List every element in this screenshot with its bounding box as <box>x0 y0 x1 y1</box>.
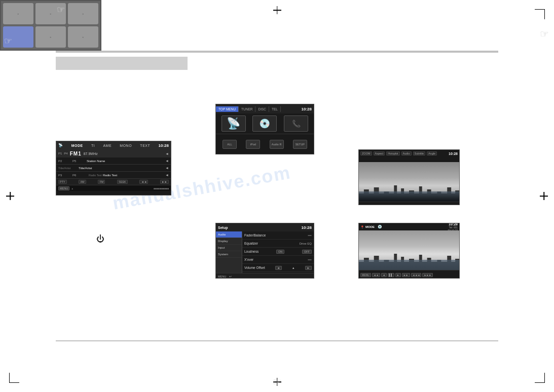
title-label <box>56 57 188 70</box>
touch-cell-2[interactable]: ▪ ☞ <box>35 3 66 24</box>
phone-icon: 📞 <box>292 120 301 128</box>
tuner-p2-row: P2 P5 Station Name ◄ <box>56 158 171 165</box>
setup-sidebar-display[interactable]: Display <box>216 238 242 245</box>
crosshair-right <box>540 192 548 200</box>
tuner-menu-btn[interactable]: MENU <box>58 186 69 190</box>
power-icon: ⏻ <box>96 234 104 244</box>
video-skipfwd-btn[interactable]: ►►► <box>422 273 433 277</box>
topmenu-tab-tuner[interactable]: TUNER <box>239 106 255 112</box>
tuner-arrow2: ◄ <box>165 166 169 170</box>
tuner-p5: P5 <box>72 160 87 163</box>
topmenu-tuner-icon-box[interactable]: 📡 <box>221 115 246 132</box>
video-play-btn[interactable]: ► <box>395 273 401 277</box>
tuner-fm-btn[interactable]: FM <box>98 180 105 184</box>
tuner-seek-btn[interactable]: SEEK <box>117 180 128 184</box>
touch-dot-5: ▪ <box>50 35 52 40</box>
video-menu-btn[interactable]: MENU <box>360 273 371 277</box>
dvd-menu-btn[interactable]: ●MENU <box>360 205 373 206</box>
setup-xover-item: X'over <box>242 256 314 264</box>
topmenu-bottom-row: ALL iPod Audio R SETUP <box>216 134 314 154</box>
tuner-title-value: Title/Artist <box>79 167 165 170</box>
disc-icon: 💿 <box>259 118 270 129</box>
dvd-audio-btn[interactable]: Audio <box>401 151 412 155</box>
video-skipback-btn[interactable]: ◄◄◄ <box>411 273 422 277</box>
dvd-topmenu-btn[interactable]: TOP MENU <box>374 205 390 206</box>
setup-menu-btn[interactable]: MENU <box>218 275 226 278</box>
topmenu-tel-icon-box[interactable]: 📞 <box>284 115 308 132</box>
crosshair-left <box>6 192 14 200</box>
tuner-am-btn[interactable]: AM <box>79 180 86 184</box>
video-mode-label: MODE <box>365 225 375 228</box>
setup-back-btn[interactable]: ↩ <box>229 275 232 278</box>
tuner-next-btn[interactable]: ►► <box>160 180 169 184</box>
topmenu-setup-btn[interactable]: SETUP <box>293 140 307 149</box>
tuner-station-name: Station Name <box>87 160 165 163</box>
setup-fader-item: Fader/Balance <box>242 231 314 240</box>
bottom-bar <box>56 340 498 341</box>
video-rew-btn[interactable]: ◄◄ <box>372 273 380 277</box>
setup-volume-minus[interactable]: ◄ <box>275 266 282 270</box>
topmenu-time: 10:28 <box>302 107 314 111</box>
dvd-screen: ZOOM Aspect Hotsplot Audio Subtitle Angl… <box>358 149 460 205</box>
setup-time: 10:28 <box>302 225 312 230</box>
topmenu-tab-tel[interactable]: TEL <box>269 106 281 112</box>
setup-xover-btn[interactable] <box>308 259 312 260</box>
touch-cell-4[interactable]: ☞ <box>3 26 33 48</box>
setup-sidebar-system[interactable]: System <box>216 251 242 258</box>
corner-mark-bl <box>9 373 19 383</box>
dvd-angle-btn[interactable]: Angle <box>427 151 437 155</box>
setup-loudness-item: Loudness ON OFF <box>242 248 314 256</box>
video-prev-btn[interactable]: ◄ <box>381 273 387 277</box>
tuner-mono-label: MONO <box>120 144 132 147</box>
setup-volume-plus[interactable]: ► <box>305 266 312 270</box>
dvd-clip-btn[interactable]: CLiP <box>402 205 411 206</box>
dvd-aspect-btn[interactable]: Aspect <box>374 151 385 155</box>
setup-volume-label: Volume Offset <box>244 266 265 269</box>
dvd-hotsplot-btn[interactable]: Hotsplot <box>386 151 399 155</box>
video-pause-btn[interactable]: ▌▌ <box>388 273 394 277</box>
tuner-pty-btn[interactable]: PTY <box>58 180 67 184</box>
setup-sidebar: Audio Display Input System <box>216 231 242 273</box>
touch-dot-2: ▪ <box>50 12 52 16</box>
topmenu-disc-icon-box[interactable]: 💿 <box>252 115 277 132</box>
dvd-video-image <box>359 162 459 202</box>
setup-sidebar-input[interactable]: Input <box>216 245 242 251</box>
video-image <box>359 230 459 270</box>
video-fwd-btn[interactable]: ►► <box>402 273 410 277</box>
tuner-antenna-icon: 📡 <box>58 143 63 147</box>
topmenu-audio-btn[interactable]: Audio R <box>270 140 284 149</box>
setup-xover-label: X'over <box>244 258 253 261</box>
setup-sidebar-audio[interactable]: Audio <box>216 231 242 238</box>
tuner-screen-header: 📡 MODE TI AME MONO TEXT 10:28 <box>56 141 171 149</box>
dvd-subtitle-btn[interactable]: Subtitle <box>413 151 425 155</box>
setup-volume-item: Volume Offset ◄ ▲ ► <box>242 264 314 272</box>
touch-cell-6[interactable]: ▪ <box>68 26 98 48</box>
tuner-mode-label: MODE <box>71 144 83 147</box>
tuner-p2: P2 <box>58 160 72 163</box>
tuner-p3: P3 <box>58 174 72 177</box>
video-header: 📍 MODE 💿 10:28 Tel: 001 00:10:23 <box>359 223 459 230</box>
topmenu-all-btn[interactable]: ALL <box>223 140 237 149</box>
touch-panel-screen: ▪ ▪ ☞ ▪ ☞ ▪ ▪ ☞ ☞ <box>0 0 101 51</box>
setup-fader-btn[interactable] <box>308 235 312 236</box>
setup-loudness-off[interactable]: OFF <box>302 250 312 254</box>
topmenu-ipod-btn[interactable]: iPod <box>246 140 260 149</box>
topmenu-tab-disc[interactable]: DISC <box>255 106 269 112</box>
dvd-zoom-btn[interactable]: ZOOM <box>360 151 372 155</box>
touch-cell-1[interactable]: ▪ <box>3 3 33 24</box>
video-disc-icon: 💿 <box>378 225 382 229</box>
touch-grid: ▪ ▪ ☞ ▪ ☞ ▪ ▪ <box>1 1 100 50</box>
setup-loudness-on[interactable]: ON <box>276 250 284 254</box>
tuner-prev-btn[interactable]: ◄◄ <box>139 180 148 184</box>
topmenu-icons-row: 📡 💿 📞 <box>216 113 314 134</box>
topmenu-screen: TOP MENU TUNER DISC TEL 10:28 📡 💿 📞 ALL … <box>215 104 314 154</box>
topmenu-header: TOP MENU TUNER DISC TEL 10:28 <box>216 104 314 113</box>
touch-cell-5[interactable]: ▪ <box>35 26 66 48</box>
dvd-highlight-label: highlight <box>391 205 401 206</box>
touch-cursor-1: ☞ <box>57 4 65 15</box>
touch-cursor-2: ☞ <box>4 35 12 47</box>
topmenu-tab-topmenu[interactable]: TOP MENU <box>216 106 239 112</box>
touch-cell-3[interactable]: ▪ <box>68 3 98 24</box>
tuner-freq-row: P1 P4 FM1 87.9MHz ◄ <box>56 149 171 158</box>
tuner-title-row: Title/Artist Title/Artist ◄ <box>56 165 171 172</box>
